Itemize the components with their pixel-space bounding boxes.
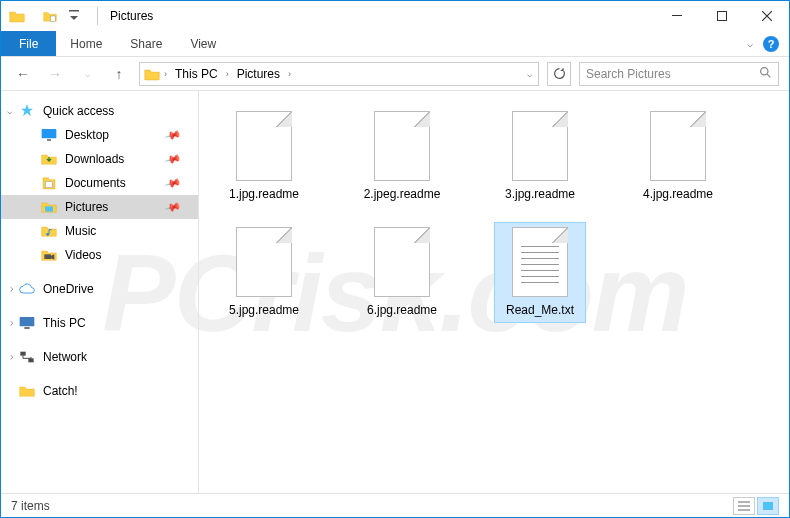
file-item[interactable]: 6.jpg.readme — [357, 223, 447, 321]
file-tab[interactable]: File — [1, 31, 56, 56]
view-icons-button[interactable] — [757, 497, 779, 515]
sidebar-item-catch[interactable]: Catch! — [1, 379, 198, 403]
pin-icon: 📌 — [164, 150, 183, 168]
svg-rect-13 — [20, 352, 25, 356]
desktop-icon — [41, 127, 57, 143]
svg-rect-15 — [763, 502, 773, 510]
close-button[interactable] — [744, 1, 789, 31]
file-item[interactable]: 3.jpg.readme — [495, 107, 585, 205]
crumb-sep-icon: › — [226, 69, 229, 79]
back-button[interactable]: ← — [11, 62, 35, 86]
view-details-button[interactable] — [733, 497, 755, 515]
pin-icon: 📌 — [164, 174, 183, 192]
sidebar-item-downloads[interactable]: Downloads 📌 — [1, 147, 198, 171]
ribbon-expand-icon[interactable]: ⌵ — [747, 38, 753, 49]
folder-icon — [19, 383, 35, 399]
network-icon — [19, 349, 35, 365]
file-item[interactable]: 2.jpeg.readme — [357, 107, 447, 205]
file-label: 3.jpg.readme — [505, 187, 575, 201]
blank-file-icon — [512, 111, 568, 181]
file-item[interactable]: 4.jpg.readme — [633, 107, 723, 205]
tab-home[interactable]: Home — [56, 31, 116, 56]
file-label: Read_Me.txt — [506, 303, 574, 317]
sidebar-item-label: Videos — [65, 248, 101, 262]
sidebar-item-label: Network — [43, 350, 87, 364]
svg-rect-2 — [672, 15, 682, 16]
sidebar-item-pictures[interactable]: Pictures 📌 — [1, 195, 198, 219]
sidebar-item-label: OneDrive — [43, 282, 94, 296]
file-item[interactable]: Read_Me.txt — [495, 223, 585, 321]
file-label: 6.jpg.readme — [367, 303, 437, 317]
pin-icon: 📌 — [164, 126, 183, 144]
sidebar-item-documents[interactable]: Documents 📌 — [1, 171, 198, 195]
address-dropdown-icon[interactable]: ⌵ — [527, 69, 532, 79]
svg-rect-14 — [28, 358, 33, 362]
blank-file-icon — [374, 111, 430, 181]
ribbon-right: ⌵ ? — [747, 31, 789, 56]
file-label: 2.jpeg.readme — [364, 187, 441, 201]
crumb-pictures[interactable]: Pictures — [233, 67, 284, 81]
address-bar[interactable]: › This PC › Pictures › ⌵ — [139, 62, 539, 86]
sidebar-item-label: Desktop — [65, 128, 109, 142]
sidebar: ⌵ Quick access Desktop 📌 Downloads 📌 Doc… — [1, 91, 199, 493]
address-folder-icon — [144, 67, 160, 81]
thispc-icon — [19, 315, 35, 331]
sidebar-item-music[interactable]: Music — [1, 219, 198, 243]
qat-properties-icon[interactable] — [39, 5, 61, 27]
status-bar: 7 items — [1, 493, 789, 517]
sidebar-item-label: Documents — [65, 176, 126, 190]
documents-icon — [41, 175, 57, 191]
view-switcher — [733, 497, 779, 515]
up-button[interactable]: ↑ — [107, 62, 131, 86]
blank-file-icon — [650, 111, 706, 181]
file-pane[interactable]: 1.jpg.readme2.jpeg.readme3.jpg.readme4.j… — [199, 91, 789, 493]
sidebar-item-label: Downloads — [65, 152, 124, 166]
sidebar-item-videos[interactable]: Videos — [1, 243, 198, 267]
qat-dropdown-icon[interactable] — [63, 5, 85, 27]
sidebar-item-desktop[interactable]: Desktop 📌 — [1, 123, 198, 147]
ribbon-tabs: File Home Share View ⌵ ? — [1, 31, 789, 57]
search-icon — [759, 66, 772, 82]
onedrive-icon — [19, 281, 35, 297]
refresh-button[interactable] — [547, 62, 571, 86]
file-item[interactable]: 1.jpg.readme — [219, 107, 309, 205]
crumb-sep-icon: › — [164, 69, 167, 79]
search-input[interactable]: Search Pictures — [579, 62, 779, 86]
svg-rect-0 — [51, 16, 56, 21]
minimize-button[interactable] — [654, 1, 699, 31]
search-placeholder: Search Pictures — [586, 67, 671, 81]
videos-icon — [41, 247, 57, 263]
status-item-count: 7 items — [11, 499, 50, 513]
sidebar-quick-access: ⌵ Quick access Desktop 📌 Downloads 📌 Doc… — [1, 99, 198, 267]
title-bar: Pictures — [1, 1, 789, 31]
sidebar-item-onedrive[interactable]: ⌵ OneDrive — [1, 277, 198, 301]
file-label: 5.jpg.readme — [229, 303, 299, 317]
crumb-thispc[interactable]: This PC — [171, 67, 222, 81]
svg-rect-5 — [42, 129, 57, 138]
body: PCrisk.com ⌵ Quick access Desktop 📌 Down… — [1, 91, 789, 493]
svg-rect-1 — [69, 10, 79, 12]
svg-rect-12 — [24, 327, 29, 329]
caret-icon: ⌵ — [5, 355, 15, 360]
forward-button[interactable]: → — [43, 62, 67, 86]
blank-file-icon — [374, 227, 430, 297]
titlebar-left: Pictures — [1, 5, 153, 27]
pictures-icon — [41, 199, 57, 215]
maximize-button[interactable] — [699, 1, 744, 31]
file-label: 1.jpg.readme — [229, 187, 299, 201]
tab-view[interactable]: View — [176, 31, 230, 56]
sidebar-quick-access-header[interactable]: ⌵ Quick access — [1, 99, 198, 123]
app-folder-icon — [9, 9, 25, 23]
quick-access-toolbar — [39, 5, 85, 27]
help-icon[interactable]: ? — [763, 36, 779, 52]
file-item[interactable]: 5.jpg.readme — [219, 223, 309, 321]
sidebar-item-thispc[interactable]: ⌵ This PC — [1, 311, 198, 335]
svg-rect-6 — [47, 139, 51, 141]
caret-icon: ⌵ — [5, 321, 15, 326]
tab-share[interactable]: Share — [116, 31, 176, 56]
star-icon — [19, 103, 35, 119]
sidebar-item-network[interactable]: ⌵ Network — [1, 345, 198, 369]
sidebar-item-label: Catch! — [43, 384, 78, 398]
recent-dropdown-icon[interactable]: ⌵ — [75, 62, 99, 86]
caret-icon: ⌵ — [5, 287, 15, 292]
